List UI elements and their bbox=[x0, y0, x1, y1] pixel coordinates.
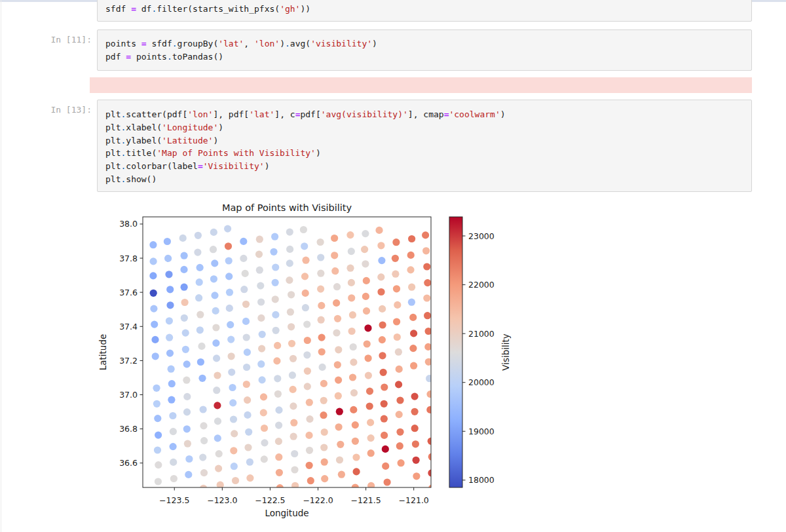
code-editor[interactable]: plt.scatter(pdf['lon'], pdf['lat'], c=pd… bbox=[105, 108, 743, 186]
svg-text:21000: 21000 bbox=[468, 329, 495, 339]
input-prompt-11: In [11]: bbox=[39, 35, 92, 45]
svg-text:−121.0: −121.0 bbox=[399, 495, 429, 505]
svg-text:20000: 20000 bbox=[468, 377, 495, 387]
svg-text:37.4: 37.4 bbox=[119, 322, 138, 332]
svg-text:Latitude: Latitude bbox=[98, 334, 108, 371]
svg-text:Map of Points with Visibility: Map of Points with Visibility bbox=[222, 202, 352, 213]
code-editor[interactable]: points = sfdf.groupBy('lat', 'lon').avg(… bbox=[105, 37, 743, 64]
code-cell-groupby[interactable]: points = sfdf.groupBy('lat', 'lon').avg(… bbox=[97, 29, 752, 71]
code-cell-filter[interactable]: sfdf = df.filter(starts_with_pfxs('gh')) bbox=[97, 0, 752, 22]
svg-text:37.2: 37.2 bbox=[119, 356, 138, 366]
svg-text:19000: 19000 bbox=[468, 427, 495, 436]
svg-text:18000: 18000 bbox=[468, 475, 495, 485]
error-output-band bbox=[90, 77, 752, 93]
page-left-border bbox=[1, 0, 1, 532]
svg-text:37.0: 37.0 bbox=[119, 390, 138, 400]
svg-text:−123.5: −123.5 bbox=[159, 495, 189, 505]
scatter-points bbox=[149, 225, 436, 499]
plot-output: −123.5−123.0−122.5−122.0−121.5−121.036.6… bbox=[97, 197, 529, 528]
svg-text:Longitude: Longitude bbox=[265, 508, 309, 518]
svg-text:38.0: 38.0 bbox=[119, 219, 138, 229]
svg-text:−121.5: −121.5 bbox=[350, 495, 381, 505]
input-prompt-13: In [13]: bbox=[39, 105, 92, 115]
scatter-plot: −123.5−123.0−122.5−122.0−121.5−121.036.6… bbox=[97, 197, 529, 528]
code-cell-plot[interactable]: plt.scatter(pdf['lon'], pdf['lat'], c=pd… bbox=[97, 100, 752, 192]
svg-text:36.6: 36.6 bbox=[119, 458, 138, 468]
code-editor[interactable]: sfdf = df.filter(starts_with_pfxs('gh')) bbox=[105, 3, 743, 16]
svg-text:23000: 23000 bbox=[468, 231, 495, 241]
svg-text:37.8: 37.8 bbox=[119, 254, 138, 263]
svg-text:37.6: 37.6 bbox=[119, 288, 138, 297]
svg-text:−122.5: −122.5 bbox=[255, 495, 285, 505]
svg-text:22000: 22000 bbox=[468, 280, 495, 290]
svg-text:Visibility: Visibility bbox=[500, 333, 511, 371]
svg-text:−122.0: −122.0 bbox=[303, 495, 333, 505]
svg-text:−123.0: −123.0 bbox=[207, 495, 237, 505]
svg-text:36.8: 36.8 bbox=[119, 424, 138, 434]
